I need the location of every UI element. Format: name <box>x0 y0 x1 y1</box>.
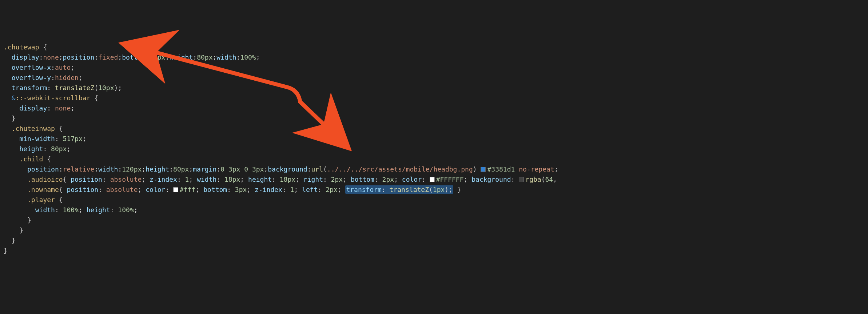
code-line[interactable]: height: 80px; <box>4 144 868 154</box>
code-line[interactable]: .nowname{ position: absolute; color: #ff… <box>4 185 868 195</box>
token-punct: ) <box>473 165 481 173</box>
token-punct: ; <box>256 53 260 61</box>
token-punct: : <box>318 186 326 193</box>
token-punct: : <box>55 135 63 142</box>
token-value-num: 1 <box>290 186 294 193</box>
token-value-kw: hidden <box>55 74 79 81</box>
token-punct: ); <box>445 186 453 193</box>
token-value-kw: absolute <box>110 176 142 183</box>
token-value-num: 2px <box>382 176 394 183</box>
token-prop: height <box>169 53 193 61</box>
token-punct: ; <box>294 186 302 193</box>
token-punct: : <box>216 176 224 183</box>
code-line[interactable]: width: 100%; height: 100%; <box>4 205 868 215</box>
code-line[interactable]: } <box>4 215 868 225</box>
token-prop: margin <box>193 165 216 173</box>
token-punct: : <box>51 64 55 71</box>
token-prop: z-index <box>150 176 177 183</box>
code-line[interactable]: display: none; <box>4 103 868 113</box>
token-punct: : <box>422 176 430 183</box>
token-punct: : <box>39 53 43 61</box>
token-prop: z-index <box>255 186 282 193</box>
code-line[interactable]: } <box>4 225 868 236</box>
token-punct: ; <box>394 176 402 183</box>
token-value-kw: absolute <box>106 186 138 193</box>
code-line[interactable]: } <box>4 236 868 246</box>
code-line[interactable]: .player { <box>4 195 868 205</box>
token-value-num: 100% <box>118 206 134 214</box>
token-value-num: 2px <box>326 186 338 193</box>
token-punct: ; <box>189 165 193 173</box>
token-value-num: 80px <box>197 53 212 61</box>
token-value-num: #3381d1 <box>487 165 515 173</box>
token-prop: height <box>19 145 43 153</box>
code-line[interactable]: position:relative;width:120px;height:80p… <box>4 164 868 174</box>
token-value-num: 18px <box>224 176 240 183</box>
token-value-num: 2px <box>331 176 343 183</box>
token-punct: : <box>282 186 290 193</box>
token-punct: : <box>307 165 311 173</box>
token-punct <box>515 165 519 173</box>
code-editor-content[interactable]: .chutewap { display:none;position:fixed;… <box>0 42 868 256</box>
token-prop: transform <box>346 186 382 193</box>
token-prop: position <box>67 186 98 193</box>
token-punct: ; <box>165 53 169 61</box>
token-selector: .child <box>19 155 43 163</box>
token-prop: overflow-x <box>12 64 51 71</box>
code-line[interactable]: .chuteinwap { <box>4 124 868 134</box>
token-punct <box>248 165 252 173</box>
token-punct: : <box>98 186 106 193</box>
code-line[interactable]: overflow-x:auto; <box>4 63 868 73</box>
token-prop: bottom <box>203 186 227 193</box>
token-punct: ; <box>338 186 346 193</box>
code-line[interactable]: overflow-y:hidden; <box>4 73 868 83</box>
token-value-num: 18px <box>280 176 295 183</box>
token-punct: ; <box>464 176 472 183</box>
token-selector: .player <box>27 196 55 204</box>
token-punct: ; <box>343 176 351 183</box>
token-prop: background <box>268 165 307 173</box>
token-punct: ( <box>541 176 545 183</box>
token-punct: ( <box>429 186 433 193</box>
color-swatch <box>481 167 486 172</box>
token-punct: { <box>59 186 67 193</box>
color-swatch <box>519 177 524 182</box>
token-punct: ; <box>79 206 87 214</box>
token-punct: : <box>51 74 55 81</box>
token-prop: width <box>98 165 118 173</box>
code-line[interactable]: min-width: 517px; <box>4 134 868 144</box>
token-prop: position <box>63 53 95 61</box>
token-prop: bottom <box>351 176 374 183</box>
token-punct: ; <box>240 176 248 183</box>
selection-highlight: transform: translateZ(1px); <box>345 185 453 194</box>
token-value-kw: no-repeat <box>519 165 554 173</box>
token-punct: : <box>216 165 220 173</box>
token-value-num: 120px <box>122 165 142 173</box>
code-line[interactable]: &::-webkit-scrollbar { <box>4 93 868 103</box>
token-selector: .chuteinwap <box>12 125 55 132</box>
token-punct: ; <box>142 165 146 173</box>
token-punct: ; <box>67 145 71 153</box>
code-line[interactable]: } <box>4 246 868 256</box>
token-value-fn: translateZ <box>55 84 94 92</box>
code-line[interactable]: .chutewap { <box>4 42 868 52</box>
token-value-num: 0 <box>220 165 224 173</box>
token-prop: right <box>303 176 323 183</box>
code-line[interactable]: .audioico{ position: absolute; z-index: … <box>4 174 868 185</box>
token-selector: ::-webkit-scrollbar <box>16 94 91 102</box>
token-punct: ; <box>195 186 203 193</box>
token-value-num: 1px <box>433 186 445 193</box>
token-punct: } <box>4 247 8 254</box>
token-punct: { <box>55 125 63 132</box>
token-prop: height <box>87 206 110 214</box>
token-punct <box>240 165 244 173</box>
code-line[interactable]: display:none;position:fixed;bottom:88px;… <box>4 52 868 63</box>
token-punct: ; <box>295 176 303 183</box>
token-prop: overflow-y <box>12 74 51 81</box>
token-punct: { <box>39 43 47 51</box>
token-value-num: 1 <box>185 176 189 183</box>
token-punct: ; <box>264 165 268 173</box>
code-line[interactable]: .child { <box>4 154 868 164</box>
code-line[interactable]: transform: translateZ(10px); <box>4 83 868 93</box>
code-line[interactable]: } <box>4 113 868 124</box>
